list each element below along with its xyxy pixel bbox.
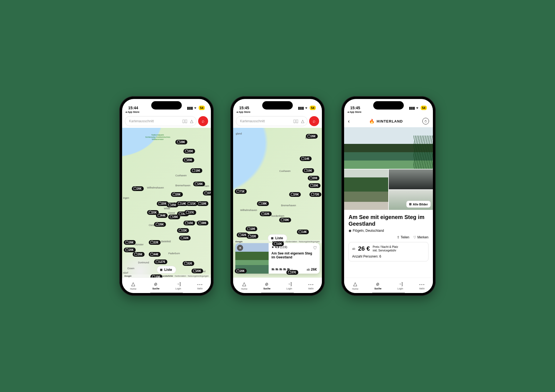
price-pin[interactable]: 20€ <box>124 248 136 252</box>
list-label: Liste <box>164 268 172 272</box>
nav-mehr[interactable]: Mehr <box>308 281 314 290</box>
price-pin[interactable]: 26€ <box>193 182 205 186</box>
price-pin[interactable]: 44€ <box>149 252 161 257</box>
search-button[interactable]: ⌕ <box>198 116 208 126</box>
price-pin[interactable]: 37€ <box>286 270 298 275</box>
search-bar: Kartenausschnitt ⌷⌷ △ ⌕ <box>236 116 319 126</box>
price-pin[interactable]: 127€ <box>154 259 167 264</box>
price-pin[interactable]: 22€ <box>149 240 161 245</box>
close-card-button[interactable]: ✕ <box>237 245 243 251</box>
price-pin[interactable]: 16€ <box>190 168 202 173</box>
list-toggle-button[interactable]: Liste <box>157 266 176 274</box>
price-pin[interactable]: 15€ <box>150 274 162 278</box>
price-pin[interactable]: 21€ <box>186 201 198 206</box>
profile-button[interactable]: ⍥ <box>422 118 429 124</box>
price-pin[interactable]: 18€ <box>197 201 209 206</box>
price-pin[interactable]: 26€ <box>124 240 136 245</box>
share-button[interactable]: ⇧Teilen <box>397 235 409 239</box>
price-pin[interactable]: 71€ <box>235 189 247 194</box>
price-pin[interactable]: 22€ <box>246 234 258 239</box>
calendar-icon[interactable]: ⌷⌷ <box>182 119 187 124</box>
battery-badge: 54 <box>310 106 316 110</box>
nav-home[interactable]: Home <box>130 281 137 290</box>
gallery-image[interactable]: Alle Bilder <box>389 190 433 210</box>
tent-filter-icon[interactable]: △ <box>190 119 193 124</box>
price-pin[interactable]: 44€ <box>156 213 168 218</box>
nav-mehr[interactable]: Mehr <box>197 281 203 290</box>
city-label: Bielefeld <box>161 240 171 243</box>
price-pin[interactable]: 38€ <box>257 201 269 206</box>
nav-login[interactable]: Login <box>286 281 292 290</box>
price-pin[interactable]: 32€ <box>179 236 191 240</box>
price-pin[interactable]: 26€ <box>289 192 301 197</box>
back-to-appstore[interactable]: App Store <box>122 111 211 115</box>
bottom-nav: Home Suche Login Mehr <box>122 278 211 293</box>
search-button[interactable]: ⌕ <box>309 116 319 126</box>
listing-preview-card[interactable]: ✕ ★ 4.9 (119) ♡ Am See mit eigenem Steg … <box>235 243 320 274</box>
price-pin[interactable]: 20€ <box>191 269 203 273</box>
battery-badge: 54 <box>421 106 427 110</box>
price-pin[interactable]: 32€ <box>183 261 195 266</box>
price-pin[interactable]: 14€ <box>297 230 309 234</box>
nav-login[interactable]: Login <box>397 281 403 290</box>
price-pin[interactable]: 26€ <box>133 252 145 257</box>
login-icon <box>176 281 180 287</box>
city-label: Dortmund <box>138 261 149 264</box>
calendar-icon[interactable]: ⌷⌷ <box>293 119 298 124</box>
price-pin[interactable]: 20€ <box>183 149 195 154</box>
price-pin[interactable]: 26€ <box>132 186 144 191</box>
price-pin[interactable]: 26€ <box>306 134 318 139</box>
price-pin[interactable]: 14€ <box>300 156 312 161</box>
back-to-appstore[interactable]: App Store <box>344 111 433 115</box>
price-pin[interactable]: 72€ <box>309 192 321 197</box>
tent-icon <box>353 281 357 287</box>
nav-suche[interactable]: Suche <box>374 281 382 290</box>
price-pin[interactable]: 38€ <box>197 221 209 225</box>
map[interactable]: Cuxhaven Bremerhaven Wilhelmshaven Norde… <box>233 128 322 278</box>
price-pin[interactable]: 59€ <box>279 218 291 222</box>
back-to-appstore[interactable]: App Store <box>233 111 322 115</box>
price-pin[interactable]: 37€ <box>203 191 211 195</box>
price-pin[interactable]: 37€ <box>184 210 196 215</box>
nav-login[interactable]: Login <box>175 281 181 290</box>
search-icon <box>376 281 379 287</box>
back-button[interactable]: ‹ <box>348 118 350 124</box>
nav-suche[interactable]: Suche <box>152 281 160 290</box>
city-label: rdorf <box>123 271 128 274</box>
list-toggle-button[interactable]: Liste <box>268 234 287 242</box>
price-pin[interactable]: 20€ <box>183 158 195 162</box>
map[interactable]: NationalparkSchleswig-HolsteinischesWatt… <box>122 128 211 278</box>
price-pin[interactable]: 20€ <box>235 269 247 273</box>
price-pin[interactable]: 20€ <box>171 192 183 197</box>
nav-mehr[interactable]: Mehr <box>419 281 425 290</box>
search-input[interactable]: Kartenausschnitt ⌷⌷ △ <box>236 116 307 126</box>
price-pin[interactable]: 20€ <box>308 176 320 180</box>
price-pin[interactable]: 26€ <box>154 222 166 227</box>
city-label: Geest <box>168 212 175 214</box>
price-pin[interactable]: 28€ <box>175 140 187 144</box>
price-pin[interactable]: 20€ <box>309 183 321 188</box>
status-time: 15:45 <box>350 106 360 110</box>
price-pin[interactable]: 10€ <box>272 241 284 246</box>
signal-icon: ▮▮▮ <box>298 106 304 110</box>
tent-filter-icon[interactable]: △ <box>301 119 304 124</box>
search-input[interactable]: Kartenausschnitt ⌷⌷ △ <box>125 116 196 126</box>
price-pin[interactable]: 18€ <box>246 226 258 231</box>
nav-home[interactable]: Home <box>352 281 359 290</box>
all-images-button[interactable]: Alle Bilder <box>406 201 431 208</box>
save-button[interactable]: ♡Merken <box>413 235 428 239</box>
price-pin[interactable]: 16€ <box>302 168 314 173</box>
price-pin[interactable]: 15€ <box>183 221 195 225</box>
gallery-image[interactable] <box>389 169 433 189</box>
favorite-button[interactable]: ♡ <box>313 245 317 251</box>
hero-image[interactable] <box>344 127 433 169</box>
list-icon <box>160 268 163 272</box>
nav-home[interactable]: Home <box>241 281 248 290</box>
city-label: Cuxhaven <box>175 174 187 177</box>
image-grid: Alle Bilder <box>344 169 433 210</box>
price-pin[interactable]: 26€ <box>168 215 180 219</box>
gallery-image[interactable] <box>344 169 388 210</box>
price-pin[interactable]: 22€ <box>260 212 272 216</box>
nav-suche[interactable]: Suche <box>263 281 271 290</box>
price-pin[interactable]: 22€ <box>177 228 189 233</box>
